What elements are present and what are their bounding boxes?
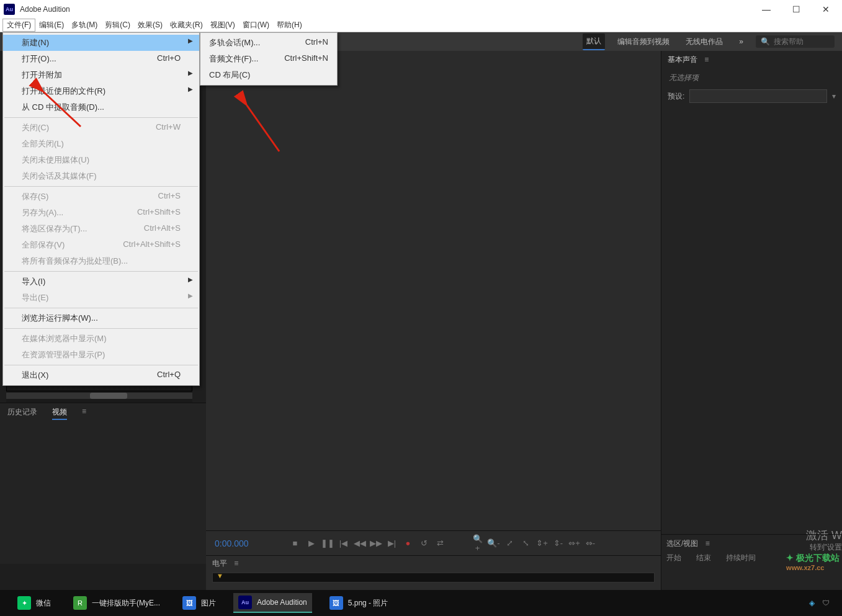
transport-bar: 0:00.000 ■ ▶ ❚❚ |◀ ◀◀ ▶▶ ▶| ● ↺ ⇄ 🔍+ 🔍- … [206, 530, 661, 555]
audition-icon: Au [238, 596, 252, 609]
close-button[interactable]: ✕ [817, 2, 835, 16]
play-button[interactable]: ▶ [305, 538, 318, 548]
menu-edit[interactable]: 编辑(E) [35, 19, 68, 32]
menu-window[interactable]: 窗口(W) [239, 19, 273, 32]
file-menu-item[interactable]: 从 CD 中提取音频(D)... [3, 99, 199, 115]
taskbar-item[interactable]: R一键排版助手(MyE... [68, 594, 165, 612]
wechat-icon: ✦ [17, 596, 31, 610]
menu-multitrack[interactable]: 多轨(M) [68, 19, 101, 32]
submenu-arrow-icon: ▶ [188, 292, 193, 299]
file-menu-item[interactable]: 打开(O)...Ctrl+O [3, 51, 199, 67]
preset-menu-icon[interactable]: ▾ [832, 92, 836, 100]
zoom-out-vert-icon[interactable]: ⇕- [552, 538, 565, 548]
file-menu-item[interactable]: 关闭(C)Ctrl+W [3, 120, 199, 136]
menu-view[interactable]: 视图(V) [207, 19, 239, 32]
file-menu-dropdown: 新建(N)▶打开(O)...Ctrl+O打开并附加▶打开最近使用的文件(R)▶从… [2, 32, 200, 386]
level-meter[interactable]: ▼ [212, 573, 655, 583]
file-menu-item[interactable]: 导出(E)▶ [3, 290, 199, 306]
tab-history[interactable]: 历史记录 [7, 407, 37, 420]
workspace-radio[interactable]: 无线电作品 [682, 34, 727, 50]
file-menu-item[interactable]: 退出(X)Ctrl+Q [3, 367, 199, 383]
photos-icon: 🖼 [182, 596, 196, 610]
tray-cube-icon[interactable]: ◈ [809, 599, 815, 607]
panel-menu-icon[interactable]: ≡ [82, 407, 86, 420]
file-menu-item[interactable]: 在媒体浏览器中显示(M) [3, 331, 199, 347]
file-menu-item[interactable]: 将选区保存为(T)...Ctrl+Alt+S [3, 221, 199, 237]
zoom-in-time-icon[interactable]: ⇔+ [568, 538, 581, 548]
site-watermark: ✦ 极光下载站 www.xz7.cc [786, 553, 840, 571]
file-menu-item[interactable]: 导入(I)▶ [3, 274, 199, 290]
file-menu-item[interactable]: 另存为(A)...Ctrl+Shift+S [3, 205, 199, 221]
menu-file[interactable]: 文件(F) [2, 19, 35, 32]
taskbar-item[interactable]: 🖼图片 [177, 594, 221, 612]
maximize-button[interactable]: ☐ [787, 2, 805, 16]
preset-dropdown[interactable] [689, 89, 827, 103]
file-menu-item[interactable]: 在资源管理器中显示(P) [3, 347, 199, 363]
tab-video[interactable]: 视频 [52, 407, 67, 420]
new-submenu: 多轨会话(M)...Ctrl+N音频文件(F)...Ctrl+Shift+NCD… [200, 32, 338, 86]
workspace-edit-audio-to-video[interactable]: 编辑音频到视频 [614, 34, 673, 50]
photos2-icon: 🖼 [329, 596, 343, 610]
zoom-in-icon[interactable]: 🔍+ [471, 534, 485, 553]
submenu-arrow-icon: ▶ [188, 37, 193, 44]
zoom-full-icon[interactable]: ⤢ [503, 538, 517, 548]
loop-button[interactable]: ↺ [418, 538, 431, 548]
system-tray: ◈ 🛡 [809, 599, 830, 607]
search-icon: 🔍 [761, 37, 770, 46]
menu-effects[interactable]: 效果(S) [134, 19, 166, 32]
file-menu-item[interactable]: 打开最近使用的文件(R)▶ [3, 83, 199, 99]
stop-button[interactable]: ■ [289, 538, 302, 548]
menu-favorites[interactable]: 收藏夹(R) [166, 19, 207, 32]
new-submenu-item[interactable]: CD 布局(C) [200, 67, 337, 83]
no-selection-label: 无选择项 [661, 69, 842, 87]
forward-button[interactable]: ▶▶ [369, 538, 383, 548]
skip-selection-button[interactable]: ⇄ [434, 538, 447, 548]
essential-sound-title: 基本声音 ≡ [661, 51, 842, 69]
submenu-arrow-icon: ▶ [188, 276, 193, 283]
help-search[interactable]: 🔍 [756, 35, 835, 48]
app1-icon: R [73, 596, 87, 610]
app-icon: Au [4, 4, 15, 15]
panel-menu-icon[interactable]: ≡ [705, 539, 710, 548]
pause-button[interactable]: ❚❚ [321, 538, 334, 548]
file-menu-item[interactable]: 浏览并运行脚本(W)... [3, 310, 199, 326]
submenu-arrow-icon: ▶ [188, 69, 193, 76]
file-menu-item[interactable]: 打开并附加▶ [3, 67, 199, 83]
menu-clip[interactable]: 剪辑(C) [101, 19, 134, 32]
file-menu-item[interactable]: 关闭未使用媒体(U) [3, 152, 199, 168]
editor-canvas[interactable] [206, 51, 661, 530]
go-start-button[interactable]: |◀ [337, 538, 351, 548]
zoom-in-vert-icon[interactable]: ⇕+ [535, 538, 549, 548]
panel-menu-icon[interactable]: ≡ [234, 559, 238, 568]
zoom-out-time-icon[interactable]: ⇔- [584, 538, 598, 548]
rewind-button[interactable]: ◀◀ [353, 538, 367, 548]
file-menu-item[interactable]: 保存(S)Ctrl+S [3, 189, 199, 205]
thumbnail-scrollbar[interactable] [6, 393, 192, 399]
submenu-arrow-icon: ▶ [188, 86, 193, 92]
minimize-button[interactable]: — [758, 2, 775, 16]
col-duration: 持续时间 [726, 553, 756, 563]
workspace-more[interactable]: » [735, 35, 747, 48]
file-menu-item[interactable]: 关闭会话及其媒体(F) [3, 168, 199, 184]
zoom-out-icon[interactable]: 🔍- [487, 538, 501, 548]
workspace-default[interactable]: 默认 [583, 33, 605, 50]
go-end-button[interactable]: ▶| [385, 538, 399, 548]
file-menu-item[interactable]: 新建(N)▶ [3, 35, 199, 51]
file-menu-item[interactable]: 全部保存(V)Ctrl+Alt+Shift+S [3, 237, 199, 253]
col-end: 结束 [696, 553, 711, 563]
record-button[interactable]: ● [401, 538, 415, 548]
timecode[interactable]: 0:00.000 [215, 538, 249, 548]
help-search-input[interactable] [774, 37, 830, 46]
taskbar-item[interactable]: 🖼5.png - 照片 [325, 594, 393, 612]
taskbar-item[interactable]: ✦微信 [12, 594, 56, 612]
file-menu-item[interactable]: 将所有音频保存为批处理(B)... [3, 253, 199, 269]
menu-help[interactable]: 帮助(H) [273, 19, 306, 32]
new-submenu-item[interactable]: 多轨会话(M)...Ctrl+N [200, 35, 337, 51]
panel-menu-icon[interactable]: ≡ [704, 55, 709, 64]
taskbar-item[interactable]: AuAdobe Audition [233, 593, 312, 613]
new-submenu-item[interactable]: 音频文件(F)...Ctrl+Shift+N [200, 51, 337, 67]
zoom-sel-icon[interactable]: ⤡ [519, 538, 533, 548]
selection-view-title: 选区/视图 [666, 539, 698, 548]
tray-shield-icon[interactable]: 🛡 [822, 599, 830, 607]
file-menu-item[interactable]: 全部关闭(L) [3, 136, 199, 152]
